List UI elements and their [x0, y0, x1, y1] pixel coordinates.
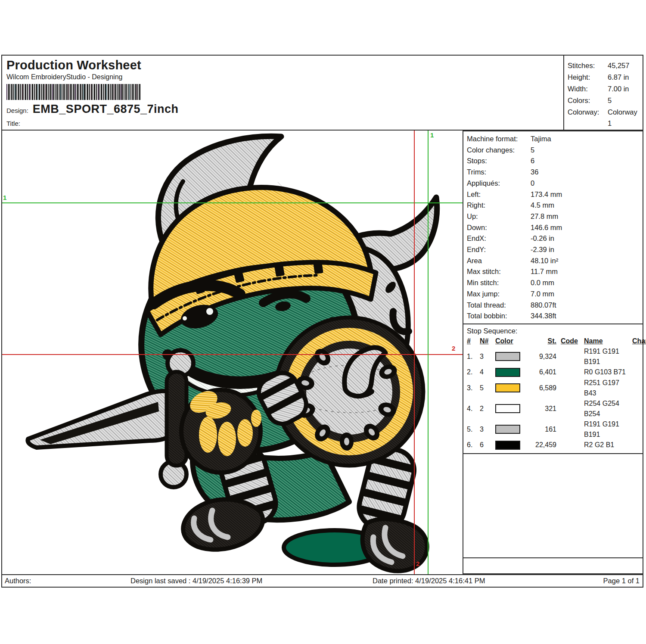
- thread-color-swatch: [495, 352, 520, 361]
- col-header-num: #: [467, 336, 480, 346]
- worksheet-sheet: Production Worksheet Wilcom EmbroiderySt…: [1, 55, 643, 588]
- guide-label-v2: 2: [416, 560, 419, 567]
- machine-value: 11.7 mm: [531, 266, 641, 277]
- thread-color-swatch: [495, 441, 520, 450]
- stop-row-needle: 4: [480, 367, 495, 377]
- stop-row-num: 5.: [467, 424, 480, 435]
- stop-row-name: R191 G191 B191: [584, 346, 632, 367]
- thread-color-swatch: [495, 425, 520, 434]
- machine-label: Appliqués:: [467, 178, 531, 189]
- guide-label-v1: 1: [430, 132, 434, 138]
- app-subtitle: Wilcom EmbroideryStudio - Designing: [6, 73, 558, 81]
- stop-row-stitches: 9,324: [533, 352, 561, 362]
- stop-row-name: R2 G2 B1: [584, 440, 632, 450]
- stop-row-name: R251 G197 B43: [584, 378, 632, 398]
- stop-sequence-title: Stop Sequence:: [463, 326, 643, 336]
- notes-box-2: [463, 558, 643, 573]
- production-worksheet-page: { "header": { "title": "Production Works…: [0, 0, 646, 644]
- machine-value: -2.39 in: [531, 244, 641, 255]
- machine-label: Up:: [467, 211, 531, 222]
- design-last-saved: Design last saved : 4/19/2025 4:16:39 PM: [130, 577, 262, 585]
- machine-label: Down:: [467, 222, 531, 233]
- col-header-stitches: St.: [533, 336, 561, 346]
- authors-label: Authors:: [5, 577, 31, 585]
- machine-value: -0.26 in: [531, 233, 641, 244]
- guide-label-h1: 1: [3, 194, 6, 201]
- machine-value: 0: [531, 178, 641, 189]
- stop-sequence-table: # N# Color St. Code Name Chart 1.39,324R…: [463, 336, 643, 451]
- footer-bar: Authors: Design last saved : 4/19/2025 4…: [1, 574, 643, 588]
- guide-line-horizontal-1: [2, 202, 463, 203]
- thread-color-swatch: [495, 368, 520, 377]
- page-number: Page 1 of 1: [603, 577, 640, 585]
- stat-label: Height:: [568, 72, 608, 83]
- header-row: Production Worksheet Wilcom EmbroiderySt…: [1, 55, 643, 131]
- design-name: EMB_SPORT_6875_7inch: [33, 103, 179, 116]
- machine-label: Total bobbin:: [467, 311, 531, 322]
- machine-value: 6: [531, 156, 641, 167]
- title-label: Title:: [6, 120, 558, 127]
- main-row: 1 2 1 2 Machine format:Tajima Color chan…: [1, 131, 643, 574]
- machine-value: 5: [531, 145, 641, 156]
- design-barcode: [6, 84, 141, 100]
- guide-line-vertical-1: [428, 131, 429, 574]
- guide-line-horizontal-2: [2, 354, 463, 355]
- machine-label: EndX:: [467, 233, 531, 244]
- design-canvas: 1 2 1 2: [1, 131, 463, 574]
- stop-row-stitches: 22,459: [533, 440, 561, 450]
- stop-sequence-box: Stop Sequence: # N# Color St. Code Name …: [463, 324, 643, 454]
- stat-value: 5: [608, 95, 640, 106]
- stop-row-name: R254 G254 B254: [584, 398, 632, 419]
- machine-label: Total thread:: [467, 300, 531, 311]
- stop-row-num: 2.: [467, 367, 480, 377]
- col-header-needle: N#: [480, 336, 495, 346]
- machine-value: 0.0 mm: [531, 277, 641, 289]
- date-printed: Date printed: 4/19/2025 4:16:41 PM: [373, 577, 485, 585]
- stop-row-num: 4.: [467, 404, 480, 414]
- machine-value: Tajima: [531, 134, 641, 145]
- header-info-box: Production Worksheet Wilcom EmbroiderySt…: [1, 55, 564, 131]
- stop-row-num: 1.: [467, 352, 480, 362]
- embroidery-design-svg: [2, 131, 463, 574]
- stop-row-needle: 3: [480, 424, 495, 435]
- stat-value: 7.00 in: [608, 83, 640, 94]
- stop-row-name: R191 G191 B191: [584, 419, 632, 440]
- stat-label: Width:: [568, 83, 608, 94]
- stop-row-stitches: 321: [533, 404, 561, 414]
- machine-value: 880.07ft: [531, 300, 641, 311]
- stat-value: 45,257: [608, 60, 640, 71]
- stop-row-needle: 6: [480, 440, 495, 450]
- stop-row-stitches: 161: [533, 424, 561, 435]
- page-title: Production Worksheet: [6, 58, 558, 72]
- stat-value: 6.87 in: [608, 72, 640, 83]
- machine-label: Max jump:: [467, 289, 531, 300]
- machine-label: EndY:: [467, 244, 531, 255]
- machine-value: 36: [531, 167, 641, 178]
- stop-row-num: 3.: [467, 383, 480, 393]
- stat-label: Colors:: [568, 95, 608, 106]
- stat-value: Colorway 1: [608, 106, 640, 129]
- machine-value: 146.6 mm: [531, 222, 641, 233]
- stop-row-needle: 2: [480, 404, 495, 414]
- guide-line-vertical-2: [414, 131, 415, 574]
- stop-row-needle: 5: [480, 383, 495, 393]
- col-header-code: Code: [561, 336, 584, 346]
- machine-label: Left:: [467, 189, 531, 200]
- col-header-color: Color: [495, 336, 533, 346]
- machine-label: Color changes:: [467, 145, 531, 156]
- machine-label: Stops:: [467, 156, 531, 167]
- machine-label: Right:: [467, 200, 531, 211]
- thread-color-swatch: [495, 383, 520, 392]
- summary-stats-box: Stitches:45,257 Height:6.87 in Width:7.0…: [563, 55, 643, 131]
- machine-value: 173.4 mm: [531, 189, 641, 200]
- stat-label: Colorway:: [568, 106, 608, 129]
- stop-row-num: 6.: [467, 440, 480, 450]
- stop-row-needle: 3: [480, 352, 495, 362]
- stop-row-stitches: 6,589: [533, 383, 561, 393]
- machine-info-box: Machine format:Tajima Color changes:5 St…: [463, 131, 643, 324]
- machine-value: 7.0 mm: [531, 289, 641, 300]
- machine-value: 4.5 mm: [531, 200, 641, 211]
- machine-label: Area: [467, 255, 531, 267]
- notes-box-1: [463, 454, 643, 558]
- stop-row-name: R0 G103 B71: [584, 367, 632, 377]
